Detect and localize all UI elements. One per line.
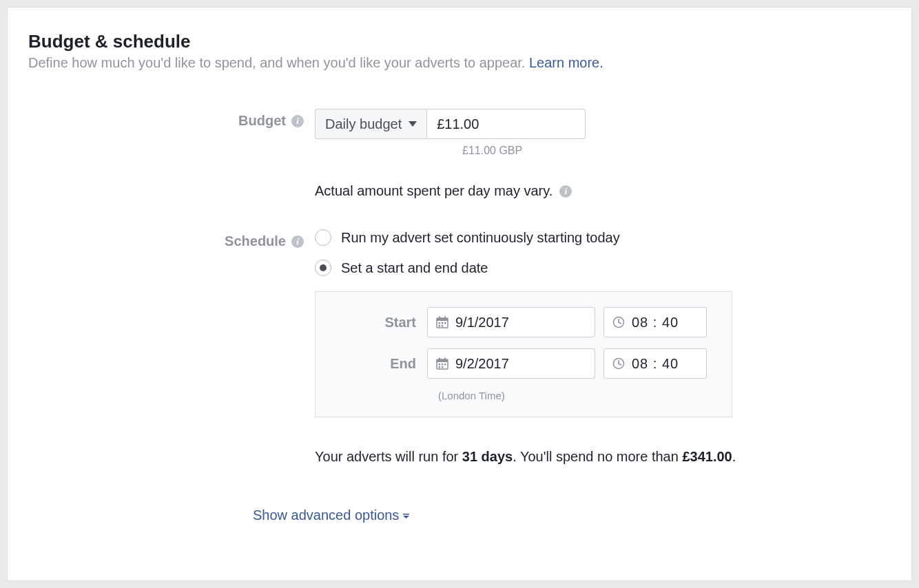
chevron-down-icon xyxy=(403,510,409,521)
schedule-option-continuous[interactable]: Run my advert set continuously starting … xyxy=(315,229,891,246)
summary-duration: 31 days xyxy=(462,449,513,464)
subtitle-text: Define how much you'd like to spend, and… xyxy=(28,55,529,70)
svg-rect-20 xyxy=(439,366,441,368)
calendar-icon xyxy=(436,316,448,328)
svg-rect-17 xyxy=(439,364,441,366)
info-icon[interactable]: i xyxy=(291,235,304,248)
end-time-value: 08 : 40 xyxy=(632,356,679,372)
svg-rect-18 xyxy=(442,364,444,366)
svg-rect-8 xyxy=(439,325,441,327)
info-icon[interactable]: i xyxy=(291,115,304,127)
svg-rect-6 xyxy=(442,322,444,324)
budget-help-text: Actual amount spent per day may vary. i xyxy=(315,183,891,199)
radio-label: Set a start and end date xyxy=(341,260,488,276)
svg-marker-25 xyxy=(403,516,409,518)
svg-marker-0 xyxy=(409,121,417,127)
budget-type-dropdown[interactable]: Daily budget xyxy=(315,109,427,139)
clock-icon xyxy=(612,316,625,328)
budget-label-text: Budget xyxy=(238,113,286,129)
budget-schedule-panel: Budget & schedule Define how much you'd … xyxy=(7,7,912,581)
start-time-input[interactable]: 08 : 40 xyxy=(603,307,707,337)
budget-amount-subtext: £11.00 GBP xyxy=(462,145,891,157)
schedule-label: Schedule i xyxy=(28,229,315,249)
section-title: Budget & schedule xyxy=(28,31,891,52)
svg-rect-14 xyxy=(437,359,448,362)
svg-line-12 xyxy=(619,322,621,324)
schedule-option-start-end[interactable]: Set a start and end date xyxy=(315,260,891,276)
info-icon[interactable]: i xyxy=(559,185,572,198)
section-subtitle: Define how much you'd like to spend, and… xyxy=(28,55,891,71)
schedule-row: Schedule i Run my advert set continuousl… xyxy=(28,229,891,465)
svg-rect-26 xyxy=(403,514,409,515)
svg-rect-16 xyxy=(444,358,446,361)
end-label: End xyxy=(331,356,427,372)
svg-rect-19 xyxy=(444,364,446,366)
radio-icon xyxy=(315,260,331,276)
date-range-panel: Start xyxy=(315,291,732,417)
chevron-down-icon xyxy=(409,121,417,127)
svg-rect-9 xyxy=(442,325,444,327)
svg-rect-4 xyxy=(444,317,446,319)
budget-row: Budget i Daily budget £11.00 GBP Actual … xyxy=(28,109,891,199)
timezone-note: (London Time) xyxy=(438,390,716,401)
radio-icon xyxy=(315,229,331,246)
schedule-summary: Your adverts will run for 31 days. You'l… xyxy=(315,449,891,465)
end-time-input[interactable]: 08 : 40 xyxy=(603,348,707,379)
svg-rect-2 xyxy=(437,318,448,321)
clock-icon xyxy=(612,357,625,370)
svg-rect-15 xyxy=(439,358,440,361)
start-label: Start xyxy=(331,315,427,330)
start-date-value: 9/1/2017 xyxy=(455,315,509,330)
budget-type-selected: Daily budget xyxy=(325,116,402,132)
svg-rect-7 xyxy=(444,322,446,324)
svg-rect-3 xyxy=(439,317,440,319)
start-date-input[interactable]: 9/1/2017 xyxy=(427,307,595,337)
schedule-label-text: Schedule xyxy=(225,233,286,249)
radio-label: Run my advert set continuously starting … xyxy=(341,230,620,246)
end-date-value: 9/2/2017 xyxy=(455,356,509,372)
calendar-icon xyxy=(436,357,448,370)
budget-amount-input[interactable] xyxy=(427,109,586,139)
show-advanced-options-link[interactable]: Show advanced options xyxy=(253,507,409,523)
summary-total: £341.00 xyxy=(682,449,732,464)
end-date-input[interactable]: 9/2/2017 xyxy=(427,348,595,379)
svg-rect-5 xyxy=(439,322,441,324)
svg-line-24 xyxy=(619,364,621,365)
learn-more-link[interactable]: Learn more. xyxy=(529,55,603,70)
svg-rect-21 xyxy=(442,366,444,368)
start-time-value: 08 : 40 xyxy=(632,315,679,330)
budget-label: Budget i xyxy=(28,109,315,129)
